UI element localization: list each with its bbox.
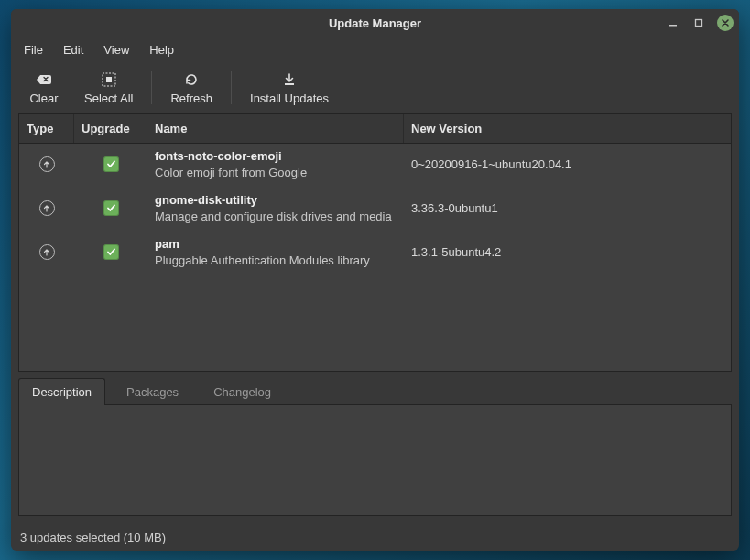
menu-view[interactable]: View	[94, 39, 138, 60]
package-name: fonts-noto-color-emoji	[155, 148, 397, 165]
status-text: 3 updates selected (10 MB)	[20, 531, 166, 544]
tab-panel	[18, 404, 732, 516]
update-manager-window: Update Manager File Edit View Help Clear	[11, 9, 739, 551]
package-description: Manage and configure disk drives and med…	[155, 209, 397, 225]
tab-description[interactable]: Description	[18, 378, 105, 405]
svg-rect-4	[285, 83, 294, 85]
package-type-icon	[39, 244, 55, 260]
upgrade-checkbox[interactable]	[103, 200, 119, 216]
select-all-label: Select All	[84, 92, 133, 105]
details-tabs: Description Packages Changelog	[18, 377, 732, 516]
clear-icon	[36, 71, 52, 88]
install-icon	[282, 71, 297, 88]
close-button[interactable]	[717, 15, 734, 31]
package-name: pam	[155, 236, 397, 253]
col-header-name[interactable]: Name	[147, 114, 404, 143]
toolbar-separator	[231, 71, 232, 104]
clear-button[interactable]: Clear	[16, 68, 71, 109]
tab-changelog[interactable]: Changelog	[200, 378, 285, 405]
titlebar: Update Manager	[11, 9, 739, 37]
upgrade-checkbox[interactable]	[103, 244, 119, 260]
table-row[interactable]: gnome-disk-utility Manage and configure …	[19, 188, 731, 232]
package-type-icon	[39, 156, 55, 172]
col-header-upgrade[interactable]: Upgrade	[74, 114, 147, 143]
maximize-button[interactable]	[691, 16, 706, 30]
package-description: Color emoji font from Google	[155, 165, 397, 181]
install-updates-button[interactable]: Install Updates	[237, 68, 342, 109]
refresh-icon	[184, 71, 199, 88]
refresh-label: Refresh	[170, 92, 212, 105]
package-version: 3.36.3-0ubuntu1	[404, 201, 731, 215]
select-all-button[interactable]: Select All	[71, 68, 146, 109]
toolbar: Clear Select All Refresh Install Updates	[11, 62, 739, 113]
window-title: Update Manager	[18, 16, 732, 30]
updates-table: Type Upgrade Name New Version fonts-not	[18, 113, 732, 372]
package-name: gnome-disk-utility	[155, 192, 397, 209]
table-row[interactable]: fonts-noto-color-emoji Color emoji font …	[19, 144, 731, 188]
upgrade-checkbox[interactable]	[103, 156, 119, 172]
package-type-icon	[39, 200, 55, 216]
install-label: Install Updates	[250, 92, 329, 105]
svg-rect-0	[669, 25, 677, 27]
menubar: File Edit View Help	[11, 37, 739, 62]
col-header-version[interactable]: New Version	[404, 114, 731, 143]
package-description: Pluggable Authentication Modules library	[155, 253, 397, 269]
minimize-button[interactable]	[666, 16, 680, 30]
package-version: 1.3.1-5ubuntu4.2	[404, 245, 731, 259]
svg-rect-3	[106, 77, 112, 82]
window-controls	[666, 9, 734, 37]
toolbar-separator	[151, 71, 152, 104]
refresh-button[interactable]: Refresh	[158, 68, 225, 109]
col-header-type[interactable]: Type	[19, 114, 74, 143]
svg-rect-1	[696, 20, 702, 27]
table-row[interactable]: pam Pluggable Authentication Modules lib…	[19, 232, 731, 275]
select-all-icon	[102, 71, 116, 88]
menu-help[interactable]: Help	[140, 39, 183, 60]
tab-bar: Description Packages Changelog	[18, 377, 732, 404]
tab-packages[interactable]: Packages	[113, 378, 192, 405]
table-body: fonts-noto-color-emoji Color emoji font …	[19, 144, 731, 371]
clear-label: Clear	[29, 92, 58, 105]
table-header: Type Upgrade Name New Version	[19, 114, 731, 144]
menu-edit[interactable]: Edit	[54, 39, 92, 60]
menu-file[interactable]: File	[15, 39, 52, 60]
package-version: 0~20200916-1~ubuntu20.04.1	[404, 157, 731, 171]
status-bar: 3 updates selected (10 MB)	[11, 523, 739, 551]
